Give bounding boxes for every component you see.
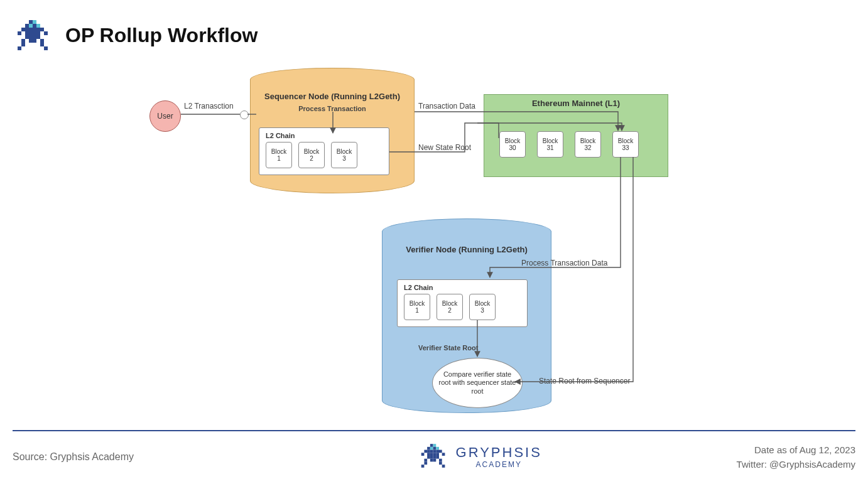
svg-rect-35 xyxy=(430,447,433,450)
brand-academy: ACADEMY xyxy=(476,461,522,468)
svg-rect-26 xyxy=(21,43,25,46)
svg-rect-6 xyxy=(21,28,25,31)
svg-rect-0 xyxy=(29,20,33,24)
svg-rect-43 xyxy=(439,450,442,453)
svg-rect-9 xyxy=(33,28,36,31)
svg-rect-28 xyxy=(18,46,21,50)
seq-block-1: Block1 xyxy=(266,142,292,168)
svg-rect-19 xyxy=(29,35,33,39)
svg-rect-11 xyxy=(40,28,44,31)
sequencer-node: Sequencer Node (Running L2Geth) Process … xyxy=(250,68,415,193)
svg-rect-50 xyxy=(427,456,430,459)
l1-block-32: Block32 xyxy=(575,131,601,158)
svg-rect-21 xyxy=(36,35,40,39)
svg-rect-61 xyxy=(442,465,445,468)
edge-transaction-data: Transaction Data xyxy=(418,102,475,110)
seq-block-3: Block3 xyxy=(331,142,357,168)
brand-block: GRYPHSIS ACADEMY xyxy=(420,442,542,472)
ver-block-2: Block2 xyxy=(437,294,463,320)
edge-verifier-state-root: Verifier State Root xyxy=(418,344,478,352)
svg-rect-14 xyxy=(29,31,33,35)
svg-rect-48 xyxy=(436,453,439,456)
ethereum-mainnet: Ethereum Mainnet (L1) Block30 Block31 Bl… xyxy=(484,94,668,177)
process-transaction-label: Process Transaction xyxy=(259,105,406,112)
l1-block-30: Block30 xyxy=(499,131,526,158)
l1-title: Ethereum Mainnet (L1) xyxy=(484,99,668,108)
svg-rect-37 xyxy=(436,447,439,450)
svg-rect-34 xyxy=(427,447,430,450)
svg-rect-16 xyxy=(36,31,40,35)
verifier-l2-chain: L2 Chain Block1 Block2 Block3 xyxy=(397,279,528,327)
edge-new-state-root: New State Root xyxy=(418,143,471,152)
svg-rect-29 xyxy=(44,46,48,50)
svg-rect-52 xyxy=(433,456,437,459)
date-text: Date as of Aug 12, 2023 xyxy=(754,444,855,455)
svg-rect-40 xyxy=(430,450,433,453)
svg-rect-4 xyxy=(33,24,36,28)
svg-rect-13 xyxy=(25,31,29,35)
svg-rect-5 xyxy=(36,24,40,28)
svg-rect-53 xyxy=(436,456,439,459)
svg-rect-32 xyxy=(430,444,433,447)
svg-rect-24 xyxy=(33,39,36,43)
workflow-diagram: User L2 Tranasction Sequencer Node (Runn… xyxy=(144,63,710,421)
svg-rect-33 xyxy=(433,444,437,447)
slide-title: OP Rollup Workflow xyxy=(65,24,258,47)
svg-rect-42 xyxy=(436,450,439,453)
svg-rect-51 xyxy=(430,456,433,459)
user-label: User xyxy=(157,112,173,121)
svg-rect-59 xyxy=(439,461,442,465)
connector-dot xyxy=(240,110,249,119)
svg-rect-10 xyxy=(36,28,40,31)
svg-rect-2 xyxy=(25,24,29,28)
svg-rect-27 xyxy=(40,43,44,46)
seq-block-2: Block2 xyxy=(298,142,325,168)
svg-rect-54 xyxy=(424,459,427,462)
svg-rect-38 xyxy=(424,450,427,453)
svg-rect-36 xyxy=(433,447,437,450)
svg-rect-49 xyxy=(442,453,445,456)
brand-name: GRYPHSIS xyxy=(456,446,542,460)
svg-rect-47 xyxy=(433,453,437,456)
svg-rect-20 xyxy=(33,35,36,39)
edge-process-transaction-data: Process Transaction Data xyxy=(521,259,607,267)
svg-rect-44 xyxy=(421,453,425,456)
svg-rect-55 xyxy=(430,459,433,462)
gryphsis-logo-small-icon xyxy=(420,442,447,472)
edge-l2-transaction: L2 Tranasction xyxy=(184,102,234,110)
svg-rect-3 xyxy=(29,24,33,28)
svg-rect-12 xyxy=(18,31,21,35)
svg-rect-7 xyxy=(25,28,29,31)
svg-rect-58 xyxy=(424,461,427,465)
svg-rect-15 xyxy=(33,31,36,35)
compare-label: Compare verifier state root with sequenc… xyxy=(437,370,518,395)
ver-block-1: Block1 xyxy=(404,294,430,320)
svg-rect-22 xyxy=(21,39,25,43)
svg-rect-46 xyxy=(430,453,433,456)
svg-rect-60 xyxy=(421,465,425,468)
footer-divider xyxy=(13,430,855,431)
svg-rect-23 xyxy=(29,39,33,43)
sequencer-l2-chain: L2 Chain Block1 Block2 Block3 xyxy=(259,127,389,175)
svg-rect-18 xyxy=(25,35,29,39)
svg-rect-45 xyxy=(427,453,430,456)
l1-block-33: Block33 xyxy=(612,131,639,158)
svg-rect-1 xyxy=(33,20,36,24)
edge-state-root-from-sequencer: State Root from Sequencer xyxy=(539,377,630,385)
l2-chain-label-2: L2 Chain xyxy=(404,284,521,291)
compare-node: Compare verifier state root with sequenc… xyxy=(432,358,523,408)
svg-rect-39 xyxy=(427,450,430,453)
l1-block-31: Block31 xyxy=(537,131,563,158)
l2-chain-label: L2 Chain xyxy=(266,132,382,139)
svg-rect-8 xyxy=(29,28,33,31)
gryphsis-logo-icon xyxy=(15,18,50,53)
svg-rect-56 xyxy=(433,459,437,462)
svg-rect-17 xyxy=(44,31,48,35)
ver-block-3: Block3 xyxy=(469,294,496,320)
source-text: Source: Gryphsis Academy xyxy=(13,451,134,463)
sequencer-title: Sequencer Node (Running L2Geth) xyxy=(259,92,406,101)
user-node: User xyxy=(149,100,181,132)
svg-rect-57 xyxy=(439,459,442,462)
svg-rect-25 xyxy=(40,39,44,43)
svg-rect-41 xyxy=(433,450,437,453)
